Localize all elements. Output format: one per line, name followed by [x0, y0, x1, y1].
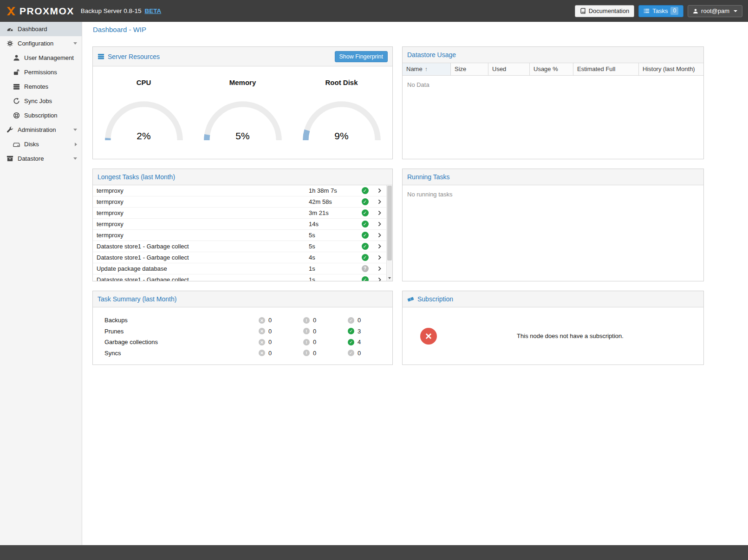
sidebar-item-subscription[interactable]: Subscription — [0, 108, 82, 123]
panel-title: Server Resources — [108, 53, 160, 60]
column-header-size[interactable]: Size — [451, 63, 488, 75]
sidebar-item-dashboard[interactable]: Dashboard — [0, 22, 82, 36]
error-count: 0 — [268, 317, 272, 324]
datastore-grid-header: Name Size Used Usage % Estimated Full Hi… — [403, 63, 703, 76]
main-area: Dashboard - WIP Server Resources Show Fi… — [83, 22, 748, 545]
task-row[interactable]: Datastore store1 - Garbage collect 1s — [93, 274, 386, 281]
server-icon — [13, 83, 20, 90]
task-summary-body: Backups 0 0 0 Prunes 0 0 3 Garbage colle… — [93, 307, 392, 365]
page-title: Dashboard - WIP — [93, 26, 146, 33]
running-tasks-header: Running Tasks — [403, 169, 703, 185]
app-version-text: Backup Server 0.8-15 — [81, 7, 142, 14]
warning-count: 0 — [313, 317, 316, 324]
sidebar: Dashboard Configuration User Management … — [0, 22, 82, 545]
open-task-chevron[interactable] — [372, 277, 386, 281]
status-unknown-icon — [362, 265, 369, 272]
status-ok-icon — [362, 232, 369, 239]
user-menu-button[interactable]: root@pam — [688, 5, 742, 17]
open-task-chevron[interactable] — [372, 266, 386, 271]
sidebar-item-label: Disks — [24, 141, 72, 148]
gauge-value: 9% — [300, 130, 384, 142]
task-duration: 1h 38m 7s — [309, 187, 358, 194]
task-row[interactable]: termproxy 1h 38m 7s — [93, 185, 386, 196]
sidebar-item-disks[interactable]: Disks — [0, 137, 82, 151]
user-label: root@pam — [701, 7, 729, 14]
warning-count-icon — [303, 339, 310, 345]
gauges-body: CPU 2% Memory — [93, 66, 392, 159]
open-task-chevron[interactable] — [372, 255, 386, 260]
gauge-value: 2% — [102, 130, 186, 142]
open-task-chevron[interactable] — [372, 244, 386, 249]
chevron-down-icon[interactable] — [73, 129, 77, 131]
ok-count-icon — [348, 328, 354, 334]
task-name: Datastore store1 - Garbage collect — [97, 276, 309, 281]
task-row[interactable]: Datastore store1 - Garbage collect 4s — [93, 252, 386, 263]
chevron-down-icon[interactable] — [73, 42, 77, 45]
list-icon — [644, 8, 650, 14]
error-count-icon — [259, 339, 265, 345]
documentation-button[interactable]: Documentation — [575, 5, 634, 17]
subscription-panel: Subscription This node does not have a s… — [402, 291, 704, 365]
task-row[interactable]: termproxy 42m 58s — [93, 196, 386, 208]
task-row[interactable]: termproxy 3m 21s — [93, 208, 386, 219]
sidebar-item-permissions[interactable]: Permissions — [0, 65, 82, 79]
open-task-chevron[interactable] — [372, 199, 386, 204]
datastore-usage-panel: Datastore Usage Name Size Used Usage % E… — [402, 46, 704, 159]
chevron-down-icon[interactable] — [73, 157, 77, 160]
task-summary-panel: Task Summary (last Month) Backups 0 0 0 … — [92, 291, 393, 365]
task-name: termproxy — [97, 232, 309, 239]
topbar-actions: Documentation Tasks 0 root@pam — [575, 5, 742, 17]
scrollbar-down-button[interactable] — [387, 275, 392, 281]
warning-count-icon — [303, 350, 310, 356]
gears-icon — [7, 40, 13, 47]
open-task-chevron[interactable] — [372, 233, 386, 238]
memory-gauge: 5% — [201, 98, 285, 143]
server-resources-header: Server Resources Show Fingerprint — [93, 47, 392, 66]
ok-count-icon — [348, 350, 354, 356]
tachometer-icon — [7, 26, 13, 33]
sidebar-item-configuration[interactable]: Configuration — [0, 36, 82, 51]
cpu-gauge-block: CPU 2% — [98, 78, 189, 159]
sidebar-item-user-management[interactable]: User Management — [0, 51, 82, 65]
vertical-scrollbar[interactable] — [386, 185, 392, 281]
sidebar-item-remotes[interactable]: Remotes — [0, 79, 82, 94]
task-row[interactable]: termproxy 5s — [93, 230, 386, 241]
logo-text: PROXMOX — [20, 6, 74, 17]
scrollbar-thumb[interactable] — [387, 186, 392, 260]
column-header-estimated-full[interactable]: Estimated Full — [573, 63, 639, 75]
show-fingerprint-button[interactable]: Show Fingerprint — [335, 51, 388, 62]
column-header-usage[interactable]: Usage % — [530, 63, 573, 75]
warning-count-icon — [303, 328, 310, 334]
ok-count: 0 — [358, 317, 361, 324]
longest-tasks-list: termproxy 1h 38m 7s termproxy 42m 58s te… — [93, 185, 392, 281]
gauge-label: CPU — [137, 78, 151, 86]
column-header-history[interactable]: History (last Month) — [639, 63, 703, 75]
task-type-label: Backups — [104, 317, 259, 324]
column-header-used[interactable]: Used — [488, 63, 530, 75]
panel-title: Task Summary (last Month) — [98, 295, 176, 303]
sidebar-item-administration[interactable]: Administration — [0, 123, 82, 137]
sidebar-item-datastore[interactable]: Datastore — [0, 151, 82, 166]
gauge-label: Memory — [229, 78, 256, 86]
column-header-name[interactable]: Name — [403, 63, 451, 75]
task-summary-row[interactable]: Prunes 0 0 3 — [93, 326, 392, 337]
task-summary-row[interactable]: Syncs 0 0 0 — [93, 348, 392, 359]
open-task-chevron[interactable] — [372, 188, 386, 193]
task-row[interactable]: Datastore store1 - Garbage collect 5s — [93, 241, 386, 252]
error-count-icon — [259, 350, 265, 356]
sidebar-item-sync-jobs[interactable]: Sync Jobs — [0, 94, 82, 108]
open-task-chevron[interactable] — [372, 221, 386, 227]
page-header: Dashboard - WIP — [83, 22, 748, 37]
chevron-right-icon[interactable] — [75, 143, 77, 146]
open-task-chevron[interactable] — [372, 210, 386, 215]
unlock-icon — [13, 69, 20, 76]
caret-down-icon — [734, 10, 737, 12]
task-summary-row[interactable]: Garbage collections 0 0 4 — [93, 337, 392, 348]
task-name: termproxy — [97, 187, 309, 194]
task-row[interactable]: Update package database 1s — [93, 263, 386, 274]
beta-link[interactable]: BETA — [144, 7, 161, 14]
task-summary-row[interactable]: Backups 0 0 0 — [93, 315, 392, 326]
book-icon — [580, 8, 586, 14]
task-row[interactable]: termproxy 14s — [93, 219, 386, 230]
tasks-button[interactable]: Tasks 0 — [638, 5, 683, 17]
